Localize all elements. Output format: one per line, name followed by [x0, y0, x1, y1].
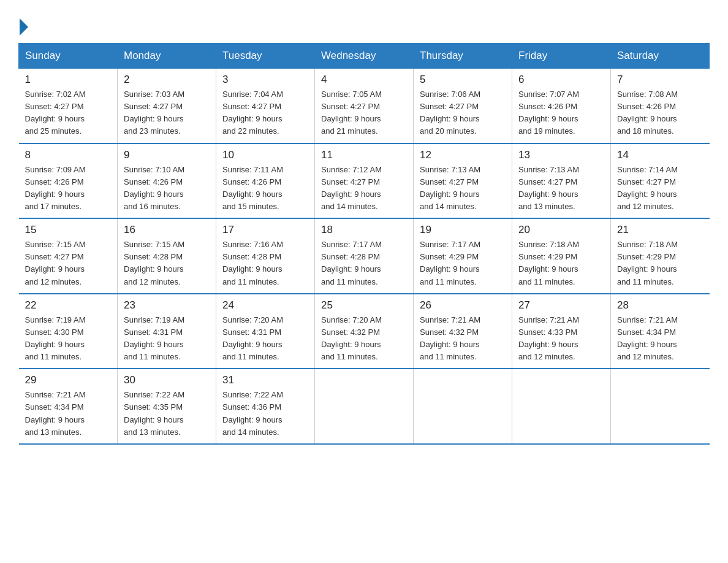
calendar-week-row: 15 Sunrise: 7:15 AMSunset: 4:27 PMDaylig… — [19, 218, 710, 294]
day-info: Sunrise: 7:08 AMSunset: 4:26 PMDaylight:… — [617, 88, 703, 138]
day-number: 16 — [124, 224, 210, 236]
day-info: Sunrise: 7:12 AMSunset: 4:27 PMDaylight:… — [321, 164, 407, 213]
header-friday: Friday — [512, 44, 611, 69]
day-info: Sunrise: 7:20 AMSunset: 4:32 PMDaylight:… — [321, 314, 407, 364]
day-number: 24 — [222, 299, 308, 312]
day-info: Sunrise: 7:05 AMSunset: 4:27 PMDaylight:… — [321, 88, 407, 138]
calendar-week-row: 1 Sunrise: 7:02 AMSunset: 4:27 PMDayligh… — [19, 69, 710, 144]
calendar-day-cell — [414, 369, 512, 444]
calendar-day-cell: 22 Sunrise: 7:19 AMSunset: 4:30 PMDaylig… — [19, 294, 118, 369]
calendar-day-cell: 27 Sunrise: 7:21 AMSunset: 4:33 PMDaylig… — [512, 294, 611, 369]
calendar-day-cell: 25 Sunrise: 7:20 AMSunset: 4:32 PMDaylig… — [315, 294, 414, 369]
calendar-day-cell: 19 Sunrise: 7:17 AMSunset: 4:29 PMDaylig… — [414, 218, 512, 294]
day-info: Sunrise: 7:20 AMSunset: 4:31 PMDaylight:… — [222, 314, 308, 364]
day-info: Sunrise: 7:11 AMSunset: 4:26 PMDaylight:… — [222, 164, 308, 213]
header-wednesday: Wednesday — [315, 44, 414, 69]
calendar-header-row: SundayMondayTuesdayWednesdayThursdayFrid… — [19, 44, 710, 69]
day-number: 19 — [420, 224, 506, 236]
calendar-day-cell: 9 Sunrise: 7:10 AMSunset: 4:26 PMDayligh… — [118, 144, 216, 219]
calendar-day-cell: 2 Sunrise: 7:03 AMSunset: 4:27 PMDayligh… — [118, 69, 216, 144]
calendar-day-cell: 23 Sunrise: 7:19 AMSunset: 4:31 PMDaylig… — [118, 294, 216, 369]
day-info: Sunrise: 7:13 AMSunset: 4:27 PMDaylight:… — [420, 164, 506, 213]
day-number: 20 — [518, 224, 604, 236]
day-number: 17 — [222, 224, 308, 236]
calendar-day-cell: 31 Sunrise: 7:22 AMSunset: 4:36 PMDaylig… — [216, 369, 315, 444]
day-info: Sunrise: 7:19 AMSunset: 4:30 PMDaylight:… — [25, 314, 112, 364]
calendar-day-cell: 13 Sunrise: 7:13 AMSunset: 4:27 PMDaylig… — [512, 144, 611, 219]
day-number: 11 — [321, 149, 407, 161]
calendar-day-cell: 20 Sunrise: 7:18 AMSunset: 4:29 PMDaylig… — [512, 218, 611, 294]
day-info: Sunrise: 7:21 AMSunset: 4:33 PMDaylight:… — [518, 314, 604, 364]
day-info: Sunrise: 7:02 AMSunset: 4:27 PMDaylight:… — [25, 88, 112, 138]
day-number: 1 — [25, 74, 112, 86]
calendar-day-cell: 16 Sunrise: 7:15 AMSunset: 4:28 PMDaylig… — [118, 218, 216, 294]
day-info: Sunrise: 7:21 AMSunset: 4:34 PMDaylight:… — [25, 389, 112, 439]
day-number: 9 — [124, 149, 210, 161]
day-info: Sunrise: 7:09 AMSunset: 4:26 PMDaylight:… — [25, 164, 112, 213]
day-number: 14 — [617, 149, 703, 161]
calendar-day-cell — [611, 369, 710, 444]
header-tuesday: Tuesday — [216, 44, 315, 69]
day-info: Sunrise: 7:03 AMSunset: 4:27 PMDaylight:… — [124, 88, 210, 138]
day-info: Sunrise: 7:06 AMSunset: 4:27 PMDaylight:… — [420, 88, 506, 138]
calendar-day-cell: 1 Sunrise: 7:02 AMSunset: 4:27 PMDayligh… — [19, 69, 118, 144]
calendar-day-cell: 7 Sunrise: 7:08 AMSunset: 4:26 PMDayligh… — [611, 69, 710, 144]
calendar-day-cell: 26 Sunrise: 7:21 AMSunset: 4:32 PMDaylig… — [414, 294, 512, 369]
day-number: 25 — [321, 299, 407, 312]
day-info: Sunrise: 7:07 AMSunset: 4:26 PMDaylight:… — [518, 88, 604, 138]
day-number: 7 — [617, 74, 703, 86]
calendar-day-cell: 17 Sunrise: 7:16 AMSunset: 4:28 PMDaylig… — [216, 218, 315, 294]
page-header — [18, 12, 710, 31]
day-info: Sunrise: 7:18 AMSunset: 4:29 PMDaylight:… — [518, 239, 604, 288]
header-monday: Monday — [118, 44, 216, 69]
calendar-day-cell: 11 Sunrise: 7:12 AMSunset: 4:27 PMDaylig… — [315, 144, 414, 219]
calendar-day-cell: 18 Sunrise: 7:17 AMSunset: 4:28 PMDaylig… — [315, 218, 414, 294]
day-info: Sunrise: 7:14 AMSunset: 4:27 PMDaylight:… — [617, 164, 703, 213]
day-number: 28 — [617, 299, 703, 312]
day-number: 8 — [25, 149, 112, 161]
calendar-week-row: 8 Sunrise: 7:09 AMSunset: 4:26 PMDayligh… — [19, 144, 710, 219]
day-number: 29 — [25, 374, 112, 386]
calendar-week-row: 22 Sunrise: 7:19 AMSunset: 4:30 PMDaylig… — [19, 294, 710, 369]
calendar-day-cell: 4 Sunrise: 7:05 AMSunset: 4:27 PMDayligh… — [315, 69, 414, 144]
day-number: 30 — [124, 374, 210, 386]
calendar-day-cell: 6 Sunrise: 7:07 AMSunset: 4:26 PMDayligh… — [512, 69, 611, 144]
logo-container — [18, 18, 28, 31]
day-number: 6 — [518, 74, 604, 86]
logo-arrow-icon — [20, 18, 28, 36]
day-info: Sunrise: 7:13 AMSunset: 4:27 PMDaylight:… — [518, 164, 604, 213]
header-sunday: Sunday — [19, 44, 118, 69]
day-number: 18 — [321, 224, 407, 236]
day-info: Sunrise: 7:21 AMSunset: 4:32 PMDaylight:… — [420, 314, 506, 364]
calendar-day-cell: 15 Sunrise: 7:15 AMSunset: 4:27 PMDaylig… — [19, 218, 118, 294]
calendar-day-cell: 29 Sunrise: 7:21 AMSunset: 4:34 PMDaylig… — [19, 369, 118, 444]
day-info: Sunrise: 7:16 AMSunset: 4:28 PMDaylight:… — [222, 239, 308, 288]
day-number: 27 — [518, 299, 604, 312]
calendar-day-cell: 8 Sunrise: 7:09 AMSunset: 4:26 PMDayligh… — [19, 144, 118, 219]
day-number: 26 — [420, 299, 506, 312]
day-info: Sunrise: 7:10 AMSunset: 4:26 PMDaylight:… — [124, 164, 210, 213]
logo — [18, 18, 28, 31]
day-number: 3 — [222, 74, 308, 86]
day-info: Sunrise: 7:21 AMSunset: 4:34 PMDaylight:… — [617, 314, 703, 364]
calendar-table: SundayMondayTuesdayWednesdayThursdayFrid… — [18, 43, 710, 445]
calendar-day-cell: 28 Sunrise: 7:21 AMSunset: 4:34 PMDaylig… — [611, 294, 710, 369]
day-info: Sunrise: 7:22 AMSunset: 4:35 PMDaylight:… — [124, 389, 210, 439]
day-info: Sunrise: 7:19 AMSunset: 4:31 PMDaylight:… — [124, 314, 210, 364]
calendar-day-cell: 3 Sunrise: 7:04 AMSunset: 4:27 PMDayligh… — [216, 69, 315, 144]
day-info: Sunrise: 7:17 AMSunset: 4:28 PMDaylight:… — [321, 239, 407, 288]
day-number: 23 — [124, 299, 210, 312]
day-number: 12 — [420, 149, 506, 161]
day-number: 4 — [321, 74, 407, 86]
day-info: Sunrise: 7:15 AMSunset: 4:27 PMDaylight:… — [25, 239, 112, 288]
day-info: Sunrise: 7:15 AMSunset: 4:28 PMDaylight:… — [124, 239, 210, 288]
calendar-day-cell — [512, 369, 611, 444]
day-number: 5 — [420, 74, 506, 86]
calendar-day-cell: 12 Sunrise: 7:13 AMSunset: 4:27 PMDaylig… — [414, 144, 512, 219]
calendar-week-row: 29 Sunrise: 7:21 AMSunset: 4:34 PMDaylig… — [19, 369, 710, 444]
calendar-day-cell: 10 Sunrise: 7:11 AMSunset: 4:26 PMDaylig… — [216, 144, 315, 219]
day-number: 10 — [222, 149, 308, 161]
calendar-day-cell: 30 Sunrise: 7:22 AMSunset: 4:35 PMDaylig… — [118, 369, 216, 444]
day-number: 21 — [617, 224, 703, 236]
calendar-day-cell: 24 Sunrise: 7:20 AMSunset: 4:31 PMDaylig… — [216, 294, 315, 369]
